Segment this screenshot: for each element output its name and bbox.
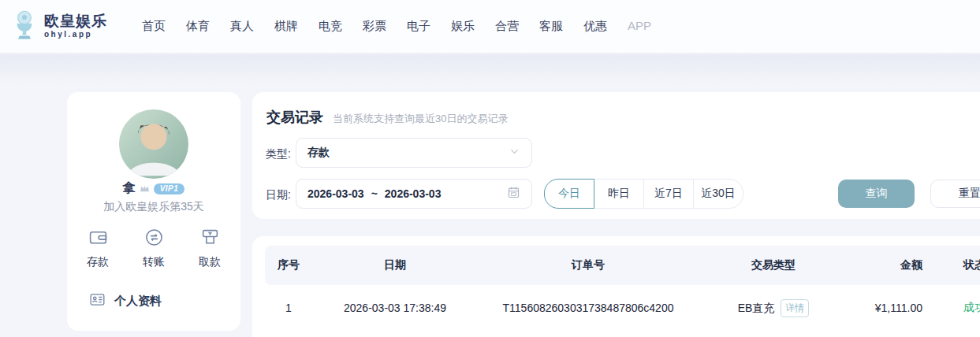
date-to-value: 2026-03-03 <box>385 187 442 200</box>
sidebar-item-deposit[interactable]: 存款 <box>87 228 109 269</box>
profile-link-label: 个人资料 <box>114 294 162 309</box>
date-separator: ~ <box>371 187 378 200</box>
brand-name: 欧皇娱乐 <box>44 13 107 29</box>
reset-button[interactable]: 重置 <box>930 180 980 208</box>
detail-link[interactable]: 详情 <box>781 299 809 317</box>
transaction-table-card: 序号 日期 订单号 交易类型 金额 状态 1 2026-03-03 17:38:… <box>252 236 980 337</box>
brand-logo[interactable]: 欧皇娱乐 ohyl.app <box>12 9 107 44</box>
page-subtitle: 当前系统支持查询最近30日的交易记录 <box>333 112 508 127</box>
range-today-button[interactable]: 今日 <box>544 179 594 209</box>
type-label: 类型: <box>266 147 291 161</box>
type-select-value: 存款 <box>307 146 330 160</box>
brand-domain: ohyl.app <box>44 31 107 39</box>
sidebar-item-label: 转账 <box>143 255 165 269</box>
nav-item-lottery[interactable]: 彩票 <box>363 19 386 34</box>
sidebar-item-label: 取款 <box>199 255 221 269</box>
range-7days-button[interactable]: 近7日 <box>643 179 694 209</box>
nav-item-entertainment[interactable]: 娱乐 <box>451 19 475 34</box>
transfer-icon <box>144 228 164 250</box>
page-title: 交易记录 <box>266 108 323 127</box>
wallet-icon <box>88 228 108 250</box>
nav-item-promo[interactable]: 优惠 <box>583 19 607 34</box>
col-date: 日期 <box>312 258 478 272</box>
row-order-no: T1156082603031738487806c4200 <box>478 302 699 314</box>
col-index: 序号 <box>265 258 312 272</box>
search-button[interactable]: 查询 <box>838 180 915 208</box>
nav-item-slots[interactable]: 电子 <box>407 19 430 34</box>
sidebar-item-profile[interactable]: 个人资料 <box>89 291 162 310</box>
col-order-no: 订单号 <box>478 258 699 272</box>
nav-item-service[interactable]: 客服 <box>539 19 563 34</box>
main-nav: 首页 体育 真人 棋牌 电竞 彩票 电子 娱乐 合营 客服 优惠 APP <box>142 19 651 34</box>
join-days-text: 加入欧皇娱乐第35天 <box>67 200 240 214</box>
range-30days-button[interactable]: 近30日 <box>693 179 743 209</box>
type-select[interactable]: 存款 <box>296 138 532 168</box>
profile-sidebar-card: 拿 VIP1 加入欧皇娱乐第35天 存款 转账 <box>67 92 240 331</box>
top-navbar: 欧皇娱乐 ohyl.app 首页 体育 真人 棋牌 电竞 彩票 电子 娱乐 合营… <box>0 0 980 54</box>
date-label: 日期: <box>266 188 291 202</box>
sidebar-item-transfer[interactable]: 转账 <box>143 228 165 269</box>
quick-range-group: 今日 昨日 近7日 近30日 <box>544 179 743 209</box>
user-name-row: 拿 VIP1 <box>67 180 240 197</box>
status-badge: 成功 <box>927 301 980 315</box>
navbar-shadow <box>0 54 980 84</box>
row-datetime: 2026-03-03 17:38:49 <box>312 302 478 314</box>
col-amount: 金额 <box>848 258 927 272</box>
withdraw-icon <box>200 228 220 250</box>
nav-item-home[interactable]: 首页 <box>142 19 166 34</box>
trophy-logo-icon <box>12 9 37 44</box>
table-row: 1 2026-03-03 17:38:49 T11560826030317384… <box>265 285 980 331</box>
sidebar-item-withdraw[interactable]: 取款 <box>199 228 221 269</box>
sidebar-item-label: 存款 <box>87 255 109 269</box>
crown-icon <box>140 182 150 196</box>
table-header-row: 序号 日期 订单号 交易类型 金额 状态 <box>265 246 980 285</box>
col-status: 状态 <box>927 258 980 272</box>
nav-item-app[interactable]: APP <box>628 19 651 34</box>
vip-badge: VIP1 <box>154 183 185 194</box>
date-from-value: 2026-03-03 <box>307 187 364 200</box>
nav-item-live[interactable]: 真人 <box>230 19 254 34</box>
transaction-filter-card: 交易记录 当前系统支持查询最近30日的交易记录 类型: 存款 日期: 2026-… <box>252 92 980 219</box>
id-card-icon <box>89 291 106 310</box>
row-amount: ¥1,111.00 <box>848 302 927 314</box>
chevron-down-icon <box>509 146 520 161</box>
calendar-icon <box>507 186 520 202</box>
col-type: 交易类型 <box>699 258 848 272</box>
row-index: 1 <box>265 302 312 314</box>
range-yesterday-button[interactable]: 昨日 <box>594 179 644 209</box>
nav-item-chess[interactable]: 棋牌 <box>274 19 298 34</box>
nav-item-partnership[interactable]: 合营 <box>495 19 519 34</box>
date-range-picker[interactable]: 2026-03-03 ~ 2026-03-03 <box>296 179 532 209</box>
user-name: 拿 <box>123 180 136 197</box>
sidebar-quick-actions: 存款 转账 取款 <box>67 228 240 269</box>
nav-item-esports[interactable]: 电竞 <box>319 19 342 34</box>
transaction-type: EB直充 <box>738 302 775 314</box>
row-type: EB直充详情 <box>699 299 848 317</box>
avatar[interactable] <box>119 109 188 179</box>
section-header: 交易记录 当前系统支持查询最近30日的交易记录 <box>266 108 508 127</box>
nav-item-sports[interactable]: 体育 <box>186 19 210 34</box>
